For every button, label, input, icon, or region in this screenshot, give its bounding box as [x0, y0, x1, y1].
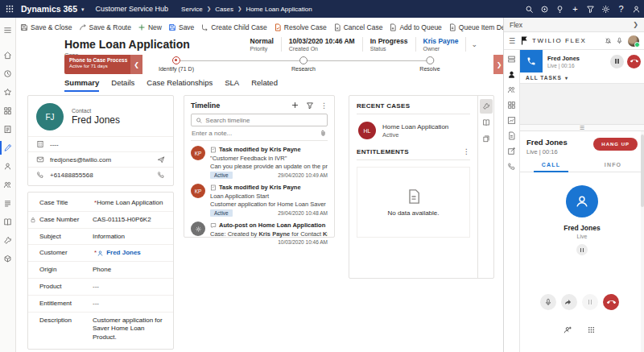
sidebar-item-knowledge[interactable]	[0, 213, 16, 231]
field-origin[interactable]: Origin Phone	[28, 262, 173, 279]
lightbulb-icon[interactable]	[552, 0, 568, 18]
recent-case-item[interactable]: HL Home Loan Application Active	[357, 114, 470, 147]
note-input[interactable]	[192, 130, 316, 137]
timeline-filter-icon[interactable]	[306, 101, 314, 110]
entitlements-more-icon[interactable]: ⋮	[463, 147, 470, 155]
grid-view-icon[interactable]	[507, 101, 516, 110]
documents-icon[interactable]	[507, 131, 516, 140]
hold-call-button[interactable]	[610, 55, 624, 68]
timeline-entry[interactable]: KP Task modified by Kris Payne "Customer…	[191, 146, 328, 179]
breadcrumb-service[interactable]: Service	[181, 6, 203, 13]
sidebar-item-accounts[interactable]	[0, 176, 16, 194]
create-child-case-button[interactable]: Create Child Case	[200, 23, 266, 31]
contact-name[interactable]: Fred Jones	[72, 114, 120, 126]
timeline-search-input[interactable]	[205, 117, 323, 124]
flex-menu-icon[interactable]: ☰	[509, 37, 515, 45]
contact-email[interactable]: fredjones@twilio.com	[50, 156, 157, 164]
field-description[interactable]: Description Customer application for Sav…	[28, 313, 173, 346]
cancel-case-button[interactable]: Cancel Case	[333, 23, 383, 31]
sidebar-item-pinned[interactable]	[0, 83, 16, 101]
stage-resolve[interactable]: Resolve	[419, 56, 440, 72]
header-expand-chevron-icon[interactable]: ⌄	[471, 40, 477, 48]
sidebar-item-home[interactable]	[0, 46, 16, 64]
agents-icon[interactable]	[507, 70, 516, 79]
tab-info[interactable]: INFO	[582, 162, 644, 172]
filter-icon[interactable]	[583, 0, 598, 18]
sidebar-item-cases[interactable]	[0, 139, 16, 157]
tab-summary[interactable]: Summary	[64, 78, 99, 92]
agent-avatar[interactable]	[628, 35, 639, 47]
tab-sla[interactable]: SLA	[225, 78, 239, 92]
timeline-more-icon[interactable]: ⋮	[320, 101, 328, 110]
panel-splitter-handle[interactable]: ☰	[520, 124, 644, 131]
timeline-entry[interactable]: KP Task modified by Kris Payne Loan Appl…	[191, 184, 328, 217]
resolve-case-button[interactable]: Resolve Case	[274, 23, 327, 31]
field-entitlement[interactable]: Entitlement ---	[28, 296, 173, 313]
process-prev-chevron-icon[interactable]: ❮	[130, 55, 142, 74]
similar-records-tab-icon[interactable]	[480, 131, 493, 146]
hold-participant-button[interactable]	[576, 244, 588, 255]
guided-help-icon[interactable]	[537, 0, 552, 18]
transfer-call-button[interactable]	[561, 294, 577, 310]
timeline-add-icon[interactable]	[291, 101, 299, 110]
app-title[interactable]: Dynamics 365	[21, 4, 77, 14]
timeline-entry[interactable]: Auto-post on Home Loan Application Case:…	[191, 222, 328, 245]
breadcrumb-cases[interactable]: Cases	[215, 6, 233, 13]
mic-status-icon[interactable]	[616, 37, 623, 44]
add-to-queue-button[interactable]: Add to Queue	[389, 23, 441, 31]
end-call-button[interactable]	[603, 294, 619, 310]
gear-icon[interactable]	[598, 0, 613, 18]
stage-research[interactable]: Research	[291, 56, 316, 72]
active-task-row[interactable]: Fred Jones Live | 00:16	[520, 50, 644, 72]
add-participant-icon[interactable]	[564, 325, 572, 334]
tab-related[interactable]: Related	[251, 78, 278, 92]
collapse-panel-chevron-icon[interactable]: ❯	[633, 21, 638, 28]
sidebar-item-services[interactable]	[0, 231, 16, 250]
dialpad-icon[interactable]	[587, 325, 596, 334]
call-icon[interactable]	[157, 171, 165, 179]
insights-icon[interactable]	[507, 116, 516, 125]
compose-icon[interactable]	[507, 147, 516, 155]
app-chevron-icon[interactable]: ▾	[81, 6, 85, 13]
all-tasks-toggle[interactable]: ALL TASKS ▾	[520, 72, 644, 84]
sidebar-item-activities[interactable]	[0, 120, 16, 139]
tab-details[interactable]: Details	[111, 78, 134, 92]
tasks-icon[interactable]	[507, 55, 516, 64]
mute-mic-button[interactable]	[540, 294, 556, 310]
save-route-button[interactable]: Save & Route	[79, 23, 131, 31]
field-case-title[interactable]: Case Title* Home Loan Application	[28, 195, 173, 212]
knowledge-search-tab-icon[interactable]	[480, 115, 493, 130]
help-icon[interactable]: ?	[613, 0, 629, 18]
tab-case-relationships[interactable]: Case Relationships	[147, 78, 213, 92]
end-call-button[interactable]	[627, 55, 641, 68]
contacts-directory-icon[interactable]	[507, 85, 516, 94]
sidebar-item-queues[interactable]	[0, 194, 16, 213]
field-product[interactable]: Product ---	[28, 279, 173, 296]
hub-title[interactable]: Customer Service Hub	[96, 5, 169, 13]
tools-tab-icon[interactable]	[480, 99, 493, 114]
process-stage-flyout[interactable]: Phone to Case Process Active for 71 days	[64, 55, 130, 74]
sidebar-item-recent[interactable]	[0, 64, 16, 83]
field-subject[interactable]: Subject Information	[28, 229, 173, 246]
waffle-menu-icon[interactable]	[0, 5, 19, 13]
dialer-settings-icon[interactable]	[507, 162, 516, 171]
send-email-icon[interactable]	[157, 155, 165, 164]
stage-identify[interactable]: Identify (71 D)	[159, 56, 194, 72]
sitemap-menu-icon[interactable]	[0, 21, 16, 39]
search-icon[interactable]	[522, 0, 537, 18]
sidebar-item-settings[interactable]	[0, 250, 16, 268]
paperclip-icon[interactable]	[320, 130, 327, 137]
hang-up-button[interactable]: HANG UP	[593, 138, 638, 151]
account-icon[interactable]	[629, 0, 644, 18]
new-button[interactable]: New	[138, 23, 162, 31]
hold-call-button[interactable]	[582, 294, 598, 310]
new-record-icon[interactable]: +	[568, 0, 583, 18]
notifications-mute-icon[interactable]	[605, 37, 612, 44]
contact-phone[interactable]: +61488855568	[50, 172, 157, 179]
save-button[interactable]: Save	[168, 23, 194, 31]
sidebar-item-dashboards[interactable]	[0, 101, 16, 120]
sidebar-item-contacts[interactable]	[0, 157, 16, 176]
tab-call[interactable]: CALL	[520, 162, 582, 172]
field-customer[interactable]: Customer* Fred Jones	[28, 245, 173, 262]
save-close-button[interactable]: Save & Close	[20, 23, 72, 31]
